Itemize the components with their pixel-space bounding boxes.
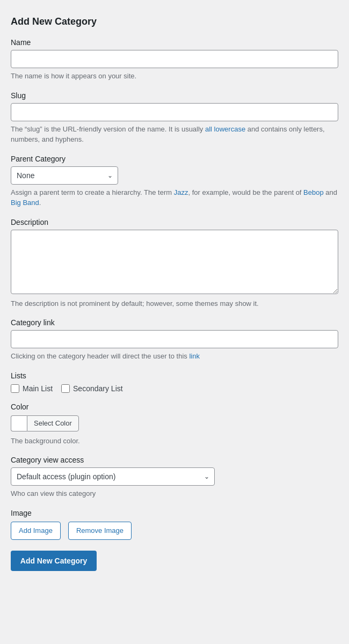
- category-link-field-group: Category link Clicking on the category h…: [11, 318, 338, 362]
- lists-field-group: Lists Main List Secondary List: [11, 371, 338, 393]
- submit-button[interactable]: Add New Category: [11, 551, 97, 571]
- secondary-list-checkbox[interactable]: [61, 384, 70, 393]
- slug-help-link: all lowercase: [205, 125, 245, 133]
- image-buttons: Add Image Remove Image: [11, 522, 338, 540]
- parent-help-text1: Assign a parent term to create a hierarc…: [11, 188, 174, 196]
- category-link-help: Clicking on the category header will dir…: [11, 351, 338, 362]
- color-button-row: Select Color: [11, 415, 338, 431]
- parent-help-jazz: Jazz: [174, 188, 188, 196]
- page-title: Add New Category: [11, 16, 338, 27]
- category-view-access-help: Who can view this category: [11, 488, 338, 499]
- category-link-input[interactable]: [11, 330, 338, 348]
- slug-label: Slug: [11, 91, 338, 100]
- main-list-label: Main List: [23, 384, 53, 393]
- description-textarea[interactable]: [11, 230, 338, 294]
- parent-category-help: Assign a parent term to create a hierarc…: [11, 187, 338, 208]
- lists-checkboxes: Main List Secondary List: [11, 384, 338, 393]
- description-field-group: Description The description is not promi…: [11, 218, 338, 309]
- category-view-access-select-wrapper: Default access (plugin option) ⌄: [11, 467, 215, 486]
- parent-help-text2: , for example, would be the parent of: [188, 188, 303, 196]
- add-category-form: Add New Category Name The name is how it…: [11, 11, 338, 633]
- parent-help-text3: and: [324, 188, 337, 196]
- secondary-list-label: Secondary List: [73, 384, 123, 393]
- slug-help: The “slug” is the URL-friendly version o…: [11, 124, 338, 145]
- color-label: Color: [11, 402, 338, 411]
- category-link-help-link: link: [189, 352, 200, 360]
- category-view-access-field-group: Category view access Default access (plu…: [11, 456, 338, 499]
- select-color-button-label: Select Color: [34, 419, 72, 427]
- parent-category-label: Parent Category: [11, 155, 338, 163]
- slug-help-text1: The “slug” is the URL-friendly version o…: [11, 125, 205, 133]
- description-label: Description: [11, 218, 338, 226]
- parent-help-bigband: Big Band: [11, 199, 39, 207]
- category-link-label: Category link: [11, 318, 338, 327]
- name-input[interactable]: [11, 50, 338, 68]
- parent-category-select-wrapper: None ⌄: [11, 166, 118, 185]
- secondary-list-checkbox-item[interactable]: Secondary List: [61, 384, 123, 393]
- slug-input[interactable]: [11, 103, 338, 121]
- description-help-text: The description is not prominent by defa…: [11, 299, 259, 308]
- category-link-label-link: link: [43, 318, 55, 327]
- name-field-group: Name The name is how it appears on your …: [11, 38, 338, 82]
- image-label: Image: [11, 509, 338, 517]
- remove-image-button[interactable]: Remove Image: [68, 522, 132, 540]
- lists-label: Lists: [11, 371, 338, 380]
- remove-image-label: Remove Image: [76, 526, 123, 535]
- category-link-label-text: Category: [11, 318, 43, 327]
- add-image-label: Add Image: [19, 526, 53, 535]
- select-color-button[interactable]: Select Color: [27, 415, 79, 431]
- submit-button-label: Add New Category: [20, 557, 87, 565]
- color-field-group: Color Select Color The background color.: [11, 402, 338, 447]
- add-image-button[interactable]: Add Image: [11, 522, 61, 540]
- name-label: Name: [11, 38, 338, 47]
- slug-field-group: Slug The “slug” is the URL-friendly vers…: [11, 91, 338, 145]
- category-view-access-label: Category view access: [11, 456, 338, 464]
- image-field-group: Image Add Image Remove Image: [11, 509, 338, 540]
- color-help: The background color.: [11, 436, 338, 447]
- parent-category-select[interactable]: None: [11, 166, 118, 185]
- name-help: The name is how it appears on your site.: [11, 71, 338, 82]
- main-list-checkbox-item[interactable]: Main List: [11, 384, 53, 393]
- category-link-help-text1: Clicking on the category header will dir…: [11, 352, 189, 360]
- color-swatch: [11, 415, 27, 431]
- main-list-checkbox[interactable]: [11, 384, 19, 393]
- parent-category-field-group: Parent Category None ⌄ Assign a parent t…: [11, 155, 338, 208]
- description-help: The description is not prominent by defa…: [11, 298, 338, 309]
- parent-help-text4: .: [39, 199, 41, 207]
- parent-help-bebop: Bebop: [303, 188, 324, 196]
- category-view-access-select[interactable]: Default access (plugin option): [11, 467, 215, 486]
